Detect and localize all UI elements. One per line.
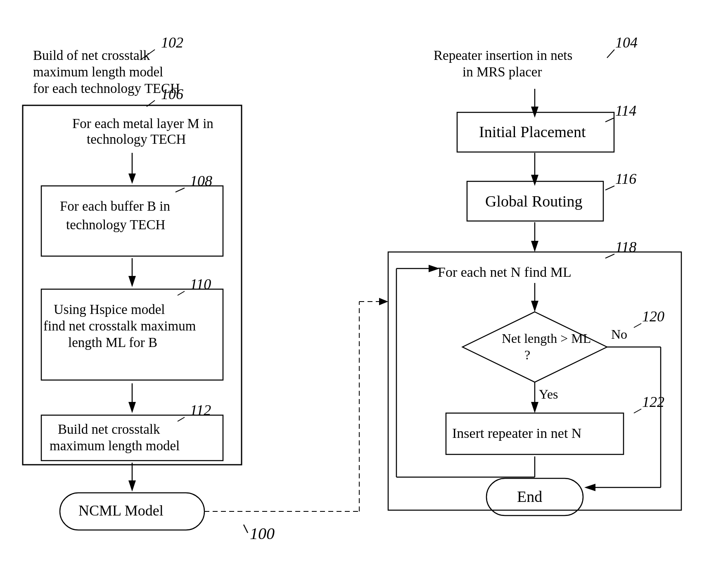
label-110: Using Hspice model xyxy=(54,302,165,317)
label-112: Build net crosstalk xyxy=(58,422,160,437)
ref-102: 102 xyxy=(161,34,183,51)
label-104b: in MRS placer xyxy=(462,64,542,79)
label-110b: find net crosstalk maximum xyxy=(43,318,196,333)
ref-114: 114 xyxy=(615,102,636,119)
label-110c: length ML for B xyxy=(68,335,157,350)
ref-106: 106 xyxy=(161,86,183,102)
ref-120: 120 xyxy=(642,308,664,325)
ref-122: 122 xyxy=(642,394,664,410)
label-114: Initial Placement xyxy=(479,123,586,140)
label-no: No xyxy=(611,327,627,342)
label-120: Net length > ML xyxy=(502,331,591,346)
ref-108: 108 xyxy=(190,173,212,189)
ref-112: 112 xyxy=(190,402,211,418)
ref-116: 116 xyxy=(615,171,636,187)
label-102b: maximum length model xyxy=(33,64,163,79)
ref-110: 110 xyxy=(190,276,211,292)
diagram-container: 102 Build of net crosstalk maximum lengt… xyxy=(0,0,728,587)
label-120q: ? xyxy=(524,347,530,362)
ref-104: 104 xyxy=(615,34,638,51)
diagram-svg: 102 Build of net crosstalk maximum lengt… xyxy=(0,0,728,587)
label-118: For each net N find ML xyxy=(438,264,571,280)
label-108b: technology TECH xyxy=(66,217,165,232)
label-102: Build of net crosstalk xyxy=(33,48,150,63)
label-122: Insert repeater in net N xyxy=(452,425,581,441)
label-104: Repeater insertion in nets xyxy=(434,48,572,63)
label-102c: for each technology TECH xyxy=(33,81,180,96)
label-yes: Yes xyxy=(539,387,558,402)
label-116: Global Routing xyxy=(485,192,582,210)
ref-118: 118 xyxy=(615,239,636,255)
label-108: For each buffer B in xyxy=(60,199,170,214)
outer-loop-label: For each metal layer M in xyxy=(72,116,213,131)
label-ncml: NCML Model xyxy=(78,502,164,519)
ref-100: 100 xyxy=(250,524,275,543)
label-end: End xyxy=(517,488,542,505)
label-112b: maximum length model xyxy=(50,438,180,453)
outer-loop-label2: technology TECH xyxy=(87,132,186,147)
